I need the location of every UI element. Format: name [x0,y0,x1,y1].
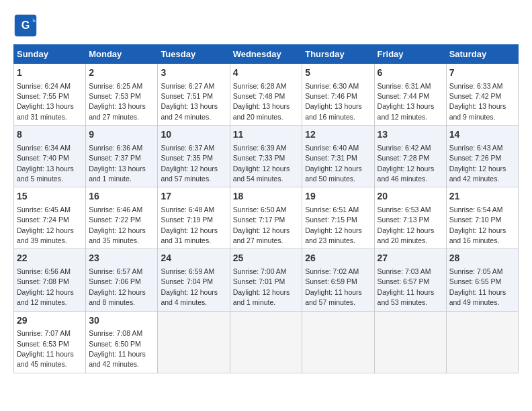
day-22: 22 Sunrise: 6:56 AMSunset: 7:08 PMDaylig… [14,249,86,311]
day-21: 21 Sunrise: 6:54 AMSunset: 7:10 PMDaylig… [446,187,518,249]
table-row: 29 Sunrise: 7:07 AMSunset: 6:53 PMDaylig… [14,311,519,373]
day-19: 19 Sunrise: 6:51 AMSunset: 7:15 PMDaylig… [302,187,374,249]
day-11: 11 Sunrise: 6:39 AMSunset: 7:33 PMDaylig… [230,126,302,187]
day-25: 25 Sunrise: 7:00 AMSunset: 7:01 PMDaylig… [230,249,302,311]
table-row: 22 Sunrise: 6:56 AMSunset: 7:08 PMDaylig… [14,249,519,311]
table-row: 8 Sunrise: 6:34 AMSunset: 7:40 PMDayligh… [14,126,519,187]
day-26: 26 Sunrise: 7:02 AMSunset: 6:59 PMDaylig… [302,249,374,311]
calendar-table: Sunday Monday Tuesday Wednesday Thursday… [13,44,519,373]
day-29: 29 Sunrise: 7:07 AMSunset: 6:53 PMDaylig… [14,311,86,373]
col-thursday: Thursday [302,45,374,64]
day-28: 28 Sunrise: 7:05 AMSunset: 6:55 PMDaylig… [446,249,518,311]
day-3: 3 Sunrise: 6:27 AMSunset: 7:51 PMDayligh… [158,64,230,126]
day-18: 18 Sunrise: 6:50 AMSunset: 7:17 PMDaylig… [230,187,302,249]
day-27: 27 Sunrise: 7:03 AMSunset: 6:57 PMDaylig… [374,249,446,311]
day-8: 8 Sunrise: 6:34 AMSunset: 7:40 PMDayligh… [14,126,86,187]
page-header: G [13,13,519,38]
day-14: 14 Sunrise: 6:43 AMSunset: 7:26 PMDaylig… [446,126,518,187]
day-12: 12 Sunrise: 6:40 AMSunset: 7:31 PMDaylig… [302,126,374,187]
day-2: 2 Sunrise: 6:25 AMSunset: 7:53 PMDayligh… [86,64,158,126]
day-4: 4 Sunrise: 6:28 AMSunset: 7:48 PMDayligh… [230,64,302,126]
empty-cell [374,311,446,373]
day-13: 13 Sunrise: 6:42 AMSunset: 7:28 PMDaylig… [374,126,446,187]
day-1: 1 Sunrise: 6:24 AMSunset: 7:55 PMDayligh… [14,64,86,126]
table-row: 1 Sunrise: 6:24 AMSunset: 7:55 PMDayligh… [14,64,519,126]
svg-text:G: G [21,19,30,31]
day-16: 16 Sunrise: 6:46 AMSunset: 7:22 PMDaylig… [86,187,158,249]
col-tuesday: Tuesday [158,45,230,64]
day-24: 24 Sunrise: 6:59 AMSunset: 7:04 PMDaylig… [158,249,230,311]
day-20: 20 Sunrise: 6:53 AMSunset: 7:13 PMDaylig… [374,187,446,249]
col-sunday: Sunday [14,45,86,64]
day-6: 6 Sunrise: 6:31 AMSunset: 7:44 PMDayligh… [374,64,446,126]
empty-cell [446,311,518,373]
col-saturday: Saturday [446,45,518,64]
empty-cell [230,311,302,373]
empty-cell [158,311,230,373]
day-30: 30 Sunrise: 7:08 AMSunset: 6:50 PMDaylig… [86,311,158,373]
day-10: 10 Sunrise: 6:37 AMSunset: 7:35 PMDaylig… [158,126,230,187]
logo: G [13,13,40,38]
table-row: 15 Sunrise: 6:45 AMSunset: 7:24 PMDaylig… [14,187,519,249]
day-7: 7 Sunrise: 6:33 AMSunset: 7:42 PMDayligh… [446,64,518,126]
header-row: Sunday Monday Tuesday Wednesday Thursday… [14,45,519,64]
day-5: 5 Sunrise: 6:30 AMSunset: 7:46 PMDayligh… [302,64,374,126]
day-15: 15 Sunrise: 6:45 AMSunset: 7:24 PMDaylig… [14,187,86,249]
col-wednesday: Wednesday [230,45,302,64]
empty-cell [302,311,374,373]
col-friday: Friday [374,45,446,64]
day-9: 9 Sunrise: 6:36 AMSunset: 7:37 PMDayligh… [86,126,158,187]
day-23: 23 Sunrise: 6:57 AMSunset: 7:06 PMDaylig… [86,249,158,311]
day-17: 17 Sunrise: 6:48 AMSunset: 7:19 PMDaylig… [158,187,230,249]
col-monday: Monday [86,45,158,64]
logo-icon: G [13,13,38,38]
